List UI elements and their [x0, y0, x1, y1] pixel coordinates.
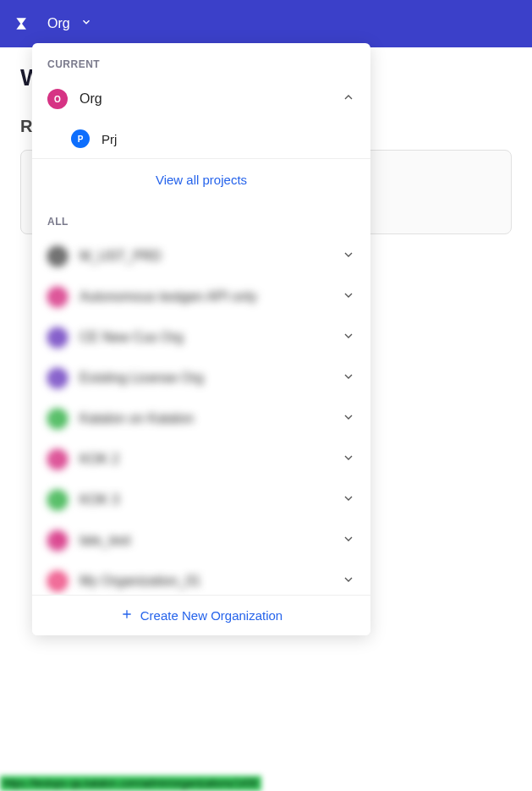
section-label-all: ALL: [32, 200, 370, 236]
create-new-org-label: Create New Organization: [140, 608, 282, 623]
create-new-org-button[interactable]: Create New Organization: [32, 595, 370, 635]
chevron-down-icon: [80, 16, 92, 31]
org-avatar: E: [47, 368, 68, 388]
org-row[interactable]: AAutonomous testgen API only: [32, 277, 370, 317]
chevron-down-icon: [342, 492, 355, 508]
org-switcher-label: Org: [47, 16, 70, 31]
chevron-down-icon: [342, 288, 355, 305]
org-row-label: Existing License Org: [80, 371, 330, 386]
org-row[interactable]: KKOK 2: [32, 439, 370, 480]
app-logo-icon: [14, 15, 30, 32]
chevron-down-icon: [342, 451, 355, 468]
current-org-row[interactable]: O Org: [32, 79, 370, 119]
plus-icon: [120, 607, 134, 623]
org-row-label: KOK 2: [80, 452, 330, 467]
org-row-label: Katalon on Katalon: [80, 411, 330, 426]
org-row[interactable]: Llate_test: [32, 520, 370, 561]
org-switcher-trigger[interactable]: Org: [47, 16, 92, 31]
org-row[interactable]: AM_UST_PRD: [32, 236, 370, 277]
org-row-label: KOK 3: [80, 492, 330, 508]
org-row[interactable]: KKatalon on Katalon: [32, 398, 370, 439]
org-row-label: CE New Cus Org: [80, 330, 330, 345]
project-avatar: P: [71, 129, 90, 148]
org-row[interactable]: CCE New Cus Org: [32, 317, 370, 358]
org-switcher-panel: CURRENT O Org P Prj View all projects AL…: [32, 43, 370, 635]
org-row[interactable]: KKOK 3: [32, 480, 370, 520]
org-avatar: A: [47, 246, 68, 266]
org-avatar: A: [47, 287, 68, 307]
org-avatar: L: [47, 530, 68, 551]
org-avatar: K: [47, 409, 68, 429]
chevron-up-icon: [342, 91, 355, 107]
org-row-label: My Organization_01: [80, 574, 330, 589]
org-row-label: Autonomous testgen API only: [80, 289, 330, 305]
section-label-current: CURRENT: [32, 43, 370, 79]
view-all-projects-link[interactable]: View all projects: [32, 159, 370, 200]
chevron-down-icon: [342, 248, 355, 265]
org-row[interactable]: MMy Organization_01: [32, 561, 370, 595]
chevron-down-icon: [342, 410, 355, 427]
status-bar-url: https://testops-qa.katalon.com/admin/org…: [0, 776, 261, 791]
org-row-label: M_UST_PRD: [80, 249, 330, 264]
org-avatar: O: [47, 89, 68, 109]
chevron-down-icon: [342, 532, 355, 549]
org-avatar: C: [47, 327, 68, 348]
org-avatar: M: [47, 571, 68, 591]
chevron-down-icon: [342, 573, 355, 590]
org-row-label: Org: [80, 91, 330, 107]
org-avatar: K: [47, 449, 68, 470]
topbar: Org: [0, 0, 532, 47]
current-project-row[interactable]: P Prj: [32, 119, 370, 159]
project-row-label: Prj: [101, 132, 355, 146]
all-orgs-list: AM_UST_PRDAAutonomous testgen API onlyCC…: [32, 236, 370, 595]
org-row[interactable]: EExisting License Org: [32, 358, 370, 398]
chevron-down-icon: [342, 370, 355, 387]
org-avatar: K: [47, 490, 68, 510]
org-switcher-scrollarea[interactable]: CURRENT O Org P Prj View all projects AL…: [32, 43, 370, 595]
org-row-label: late_test: [80, 533, 330, 548]
chevron-down-icon: [342, 329, 355, 346]
